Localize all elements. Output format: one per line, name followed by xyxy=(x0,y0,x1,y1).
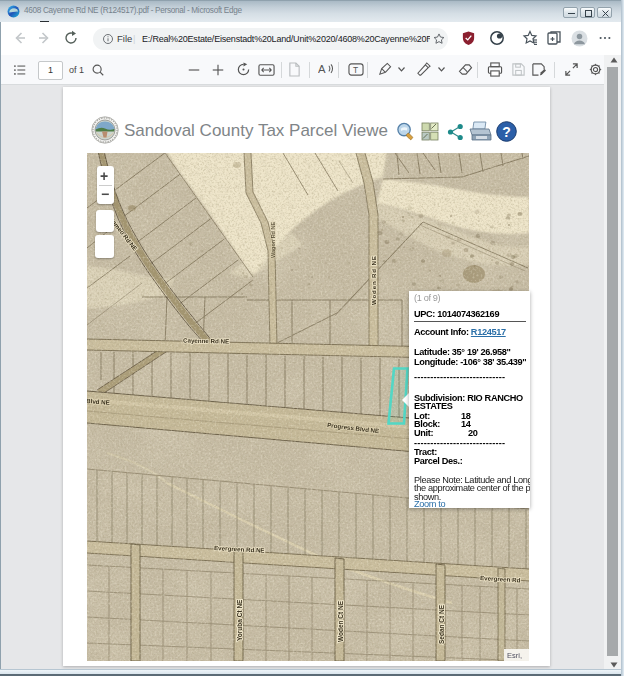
svg-text:Woden Ct NE: Woden Ct NE xyxy=(337,600,344,642)
svg-text:T: T xyxy=(353,65,358,75)
svg-text:Woden Rd NE: Woden Rd NE xyxy=(370,255,377,305)
svg-text:?: ? xyxy=(502,124,511,140)
svg-text:Sedan Ct NE: Sedan Ct NE xyxy=(438,604,445,644)
svg-text:Yoruba Ct NE: Yoruba Ct NE xyxy=(236,599,243,641)
svg-text:A: A xyxy=(318,63,326,75)
svg-text:Wagon Rd NE: Wagon Rd NE xyxy=(270,222,276,258)
svg-text:Esri,: Esri, xyxy=(507,651,522,660)
svg-text:Cayenne Rd NE: Cayenne Rd NE xyxy=(183,337,229,345)
